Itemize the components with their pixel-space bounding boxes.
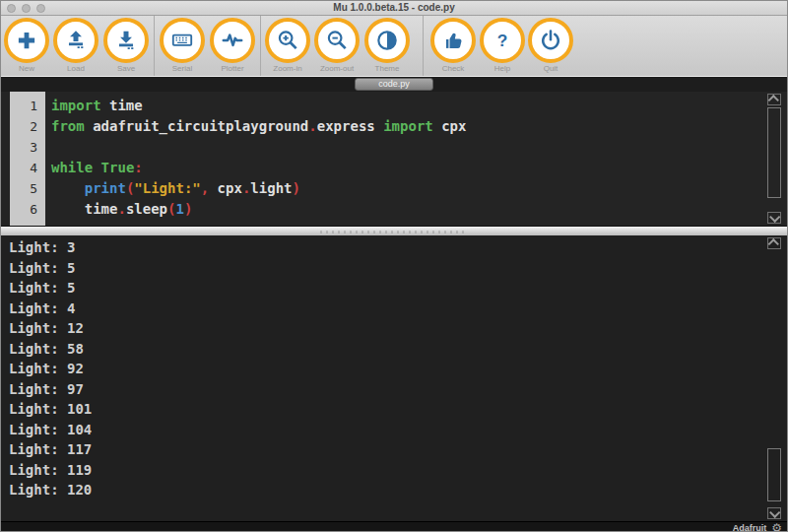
question-icon: ? (480, 18, 525, 63)
line-number: 6 (1, 199, 45, 220)
serial-line: Light: 12 (9, 318, 92, 339)
download-icon (103, 18, 149, 63)
code-text: from adafruit_circuitplayground.express … (51, 116, 466, 137)
serial-line: Light: 3 (9, 237, 92, 258)
code-line: 4while True: (1, 158, 765, 178)
serial-line: Light: 117 (9, 439, 92, 460)
editor-scrollbar[interactable] (767, 94, 781, 224)
line-number: 5 (1, 178, 45, 199)
status-bar: Adafruit ⚙ (1, 521, 787, 532)
tab-bar: code.py (1, 77, 787, 92)
toolbar-button-label: Load (53, 64, 98, 73)
mode-label: Adafruit (733, 523, 767, 532)
serial-scrollbar[interactable] (767, 237, 781, 519)
serial-output: Light: 3Light: 5Light: 5Light: 4Light: 1… (9, 237, 92, 500)
code-line: 6 time.sleep(1) (1, 199, 765, 220)
scroll-thumb[interactable] (767, 107, 781, 198)
toolbar-separator (260, 16, 261, 76)
line-number: 3 (1, 137, 45, 158)
toolbar: NewLoadSaveSerialPlotterZoom-inZoom-outT… (1, 16, 787, 77)
toolbar-button-load[interactable]: Load (53, 18, 98, 73)
pulse-icon (210, 18, 255, 63)
svg-text:?: ? (497, 31, 508, 50)
toolbar-button-help[interactable]: ?Help (480, 18, 525, 73)
toolbar-button-quit[interactable]: Quit (528, 18, 573, 73)
toolbar-button-label: Zoom-in (265, 64, 310, 73)
editor-pane[interactable]: 1import time2from adafruit_circuitplaygr… (1, 92, 787, 226)
thumbs-up-icon (430, 18, 476, 63)
scroll-up-button[interactable] (767, 237, 781, 249)
keyboard-icon (160, 18, 205, 63)
toolbar-button-label: Theme (364, 64, 410, 73)
toolbar-button-label: Help (480, 64, 525, 73)
tab-code-py[interactable]: code.py (355, 78, 433, 91)
serial-line: Light: 101 (9, 399, 92, 420)
code-text: time.sleep(1) (51, 199, 192, 220)
toolbar-button-label: Plotter (210, 64, 255, 73)
code-line: 2from adafruit_circuitplayground.express… (1, 116, 765, 137)
serial-line: Light: 104 (9, 420, 92, 440)
toolbar-button-label: Serial (160, 64, 205, 73)
toolbar-button-label: Quit (528, 64, 573, 73)
toolbar-button-zoom-in[interactable]: Zoom-in (265, 18, 310, 73)
zoom-out-icon (314, 18, 360, 63)
toolbar-button-label: New (4, 64, 49, 73)
mu-editor-window: Mu 1.0.0.beta.15 - code.py NewLoadSaveSe… (0, 0, 788, 532)
serial-line: Light: 4 (9, 299, 92, 319)
toolbar-button-save[interactable]: Save (103, 18, 149, 73)
scroll-up-button[interactable] (767, 94, 781, 105)
serial-line: Light: 58 (9, 339, 92, 360)
gear-icon[interactable]: ⚙ (771, 523, 782, 532)
code-text: while True: (51, 158, 143, 178)
plus-icon (4, 18, 49, 63)
serial-line: Light: 119 (9, 460, 92, 481)
code-line: 3 (1, 137, 765, 158)
code-line: 1import time (1, 96, 765, 116)
contrast-icon (364, 18, 410, 63)
serial-line: Light: 5 (9, 258, 92, 279)
splitter-grip (320, 231, 468, 233)
toolbar-separator (154, 16, 155, 76)
serial-pane[interactable]: Light: 3Light: 5Light: 5Light: 4Light: 1… (1, 235, 787, 521)
code-line: 5 print("Light:", cpx.light) (1, 178, 765, 199)
zoom-in-icon (265, 18, 310, 63)
serial-line: Light: 92 (9, 359, 92, 379)
titlebar[interactable]: Mu 1.0.0.beta.15 - code.py (1, 1, 787, 16)
pane-splitter[interactable] (1, 226, 787, 235)
serial-line: Light: 120 (9, 480, 92, 500)
serial-line: Light: 5 (9, 278, 92, 299)
code-text: import time (51, 96, 143, 116)
toolbar-separator (423, 16, 424, 76)
line-number: 1 (1, 96, 45, 116)
power-icon (528, 18, 573, 63)
line-number: 2 (1, 116, 45, 137)
window-title: Mu 1.0.0.beta.15 - code.py (1, 2, 787, 13)
code-area[interactable]: 1import time2from adafruit_circuitplaygr… (1, 96, 765, 220)
upload-icon (53, 18, 98, 63)
line-number: 4 (1, 158, 45, 178)
scroll-down-button[interactable] (767, 212, 781, 224)
toolbar-button-label: Check (430, 64, 476, 73)
toolbar-button-theme[interactable]: Theme (364, 18, 410, 73)
code-text: print("Light:", cpx.light) (51, 178, 300, 199)
toolbar-button-plotter[interactable]: Plotter (210, 18, 255, 73)
toolbar-button-check[interactable]: Check (430, 18, 476, 73)
toolbar-button-serial[interactable]: Serial (160, 18, 205, 73)
serial-line: Light: 97 (9, 379, 92, 400)
toolbar-button-zoom-out[interactable]: Zoom-out (314, 18, 360, 73)
scroll-down-button[interactable] (767, 507, 781, 519)
scroll-thumb[interactable] (767, 448, 781, 501)
toolbar-button-label: Zoom-out (314, 64, 360, 73)
toolbar-button-label: Save (103, 64, 149, 73)
toolbar-button-new[interactable]: New (4, 18, 49, 73)
